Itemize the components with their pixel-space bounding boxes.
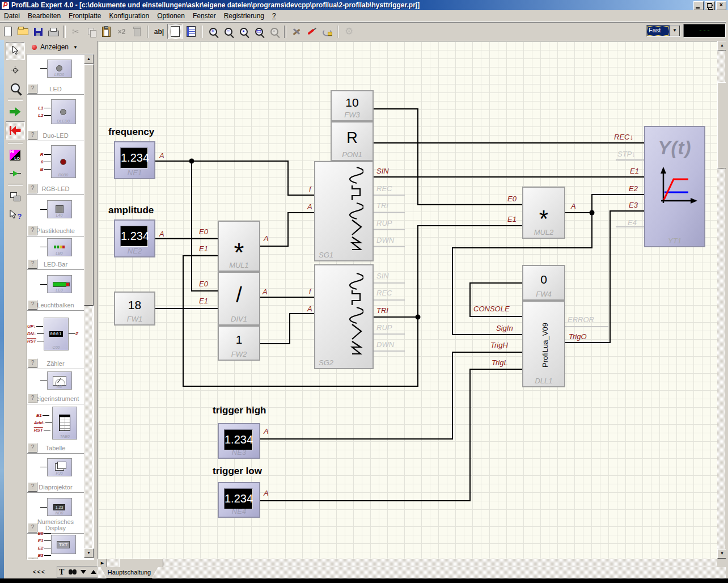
zoom-out-glyph: − <box>226 28 231 34</box>
block-sg2[interactable]: SG2 <box>314 264 374 369</box>
text-tool-button[interactable]: T <box>59 568 64 577</box>
help-button[interactable]: ? <box>28 226 37 235</box>
schematic-canvas[interactable]: 1.234NE11.234NE218FW1*MUL1/DIV11FW210FW3… <box>98 41 717 559</box>
restore-button[interactable] <box>705 1 715 10</box>
wire-19[interactable] <box>260 369 522 501</box>
palette-item-text-display[interactable]: E0E1E2E3TXT? <box>27 534 84 560</box>
menu-optionen[interactable]: Optionen <box>153 11 189 21</box>
zoom-in-button[interactable]: + <box>206 24 220 39</box>
palette-item-led[interactable]: LED0LED? <box>27 54 84 95</box>
palette-scrollbar[interactable]: ▲ ▼ <box>84 54 92 558</box>
block-div1[interactable]: /DIV1 <box>218 272 260 326</box>
help-button[interactable]: ? <box>28 184 37 193</box>
block-mul2[interactable]: *MUL2 <box>522 187 565 239</box>
speed-combo[interactable]: Fast ▼ <box>646 25 680 37</box>
palette-item-led-bar[interactable]: LB0LED-Bar? <box>27 236 84 270</box>
help-button[interactable]: ? <box>28 394 37 403</box>
save-project-button[interactable] <box>31 24 45 39</box>
block-ne1[interactable]: 1.234NE1 <box>114 141 155 179</box>
menu-registrierung[interactable]: Registrierung <box>220 11 268 21</box>
wire-tool-button[interactable] <box>6 61 24 78</box>
context-help-button[interactable]: ? <box>6 206 24 223</box>
print-button[interactable] <box>46 24 61 39</box>
wire-10[interactable] <box>374 109 522 205</box>
text-label-button[interactable]: ab| <box>152 24 166 39</box>
tab-hauptschaltung[interactable]: Hauptschaltung <box>101 567 158 578</box>
new-document-button[interactable] <box>1 24 15 39</box>
search-icon[interactable] <box>69 569 77 574</box>
palette-scroll-down[interactable]: ▼ <box>84 548 94 558</box>
palette-item-diaprojektor[interactable]: PJ0Diaprojektor? <box>27 454 84 493</box>
select-pointer-button[interactable] <box>6 42 25 60</box>
help-button[interactable]: ? <box>28 130 37 140</box>
solder-button[interactable] <box>320 24 334 39</box>
open-project-button[interactable] <box>16 24 30 39</box>
show-front-panel-button[interactable] <box>184 24 198 39</box>
wire-18[interactable] <box>260 352 522 439</box>
stop-simulation-button[interactable] <box>6 121 25 140</box>
help-button[interactable]: ? <box>28 259 37 269</box>
menu-frontplatte[interactable]: Frontplatte <box>65 11 105 21</box>
help-button[interactable]: ? <box>28 443 37 453</box>
menu-konfiguration[interactable]: Konfiguration <box>105 11 153 21</box>
block-fw2[interactable]: 1FW2 <box>218 326 260 361</box>
paste-button[interactable] <box>99 24 113 39</box>
block-ne4[interactable]: 1.234NE4 <box>218 482 260 518</box>
wire-0[interactable] <box>155 161 314 195</box>
palette-item-rgb-led[interactable]: R0BR0B0RGB-LED? <box>27 141 84 195</box>
tune-button[interactable] <box>304 24 319 39</box>
block-fw3[interactable]: 10FW3 <box>331 90 374 121</box>
block-dll1[interactable]: ProfiLua_V09DLL1 <box>522 301 565 387</box>
menu-bearbeiten[interactable]: Bearbeiten <box>24 11 65 21</box>
simulation-tools-button[interactable] <box>289 24 303 39</box>
probe-tool-button[interactable] <box>6 164 24 181</box>
palette-item-duo-led[interactable]: L1L2DLED0Duo-LED? <box>27 95 84 141</box>
run-simulation-button[interactable] <box>6 103 24 120</box>
show-grid-panel-button[interactable] <box>167 24 183 39</box>
block-ne3[interactable]: 1.234NE3 <box>218 423 260 459</box>
minimize-button[interactable] <box>693 1 704 10</box>
palette-category-dropdown[interactable]: Anzeigen ▼ <box>26 41 94 53</box>
close-button[interactable]: × <box>716 1 726 10</box>
palette-item-zhler[interactable]: UP↓DN↓RST0001C00ZZähler? <box>27 311 84 369</box>
zoom-tool-button[interactable] <box>6 79 24 96</box>
palette-item-zeigerinstrument[interactable]: M0Zeigerinstrument? <box>27 369 84 404</box>
block-ne2[interactable]: 1.234NE2 <box>114 219 155 257</box>
canvas-vscroll-thumb[interactable] <box>717 82 726 168</box>
palette-item-leuchtbalken[interactable]: LE0Leuchtbalken? <box>27 270 84 311</box>
help-button[interactable]: ? <box>28 482 37 492</box>
zoom-normal-button[interactable]: ▪ <box>236 24 251 39</box>
lo-text: LO <box>14 157 20 160</box>
palette-item-plastikleuchte[interactable]: L40Plastikleuchte? <box>27 195 84 236</box>
title-bar[interactable]: P ProfiLab Expert 4.0 - [c:\dokumente un… <box>0 0 728 10</box>
canvas-hscrollbar[interactable]: ◀ ▶ <box>98 559 717 567</box>
wire-9[interactable] <box>260 314 314 344</box>
zoom-window-button[interactable]: ▭ <box>252 24 266 39</box>
arrange-layers-button[interactable] <box>6 188 24 205</box>
hi-lo-levels-button[interactable]: HILO <box>6 146 24 163</box>
help-button[interactable]: ? <box>28 300 37 310</box>
help-button[interactable]: ? <box>28 358 37 368</box>
block-mul1[interactable]: *MUL1 <box>218 221 260 272</box>
collapse-palette-button[interactable]: <<< <box>24 567 54 577</box>
block-fw1[interactable]: 18FW1 <box>114 292 155 326</box>
menu-?[interactable]: ? <box>268 11 280 21</box>
wire-1[interactable] <box>192 161 218 291</box>
palette-item-numerischesdisplay[interactable]: 1,23ND0Numerisches Display? <box>27 493 84 534</box>
palette-scroll-up[interactable]: ▲ <box>84 54 94 64</box>
help-button[interactable]: ? <box>28 557 37 560</box>
canvas-vscrollbar[interactable]: ▲ ▼ <box>717 41 725 559</box>
scroll-down-icon[interactable] <box>81 570 86 574</box>
block-sg1[interactable]: SG1 <box>314 161 374 261</box>
block-fw4[interactable]: 0FW4 <box>522 265 565 301</box>
block-yt1[interactable]: Y(t)YT1 <box>644 126 705 247</box>
scroll-up-icon[interactable] <box>91 570 96 574</box>
palette-scroll-thumb[interactable] <box>84 64 94 306</box>
help-button[interactable]: ? <box>28 84 37 94</box>
block-pon1[interactable]: RPON1 <box>331 121 374 161</box>
zoom-out-button[interactable]: − <box>221 24 235 39</box>
menu-datei[interactable]: Datei <box>0 11 24 21</box>
combo-dropdown-icon[interactable]: ▼ <box>670 26 680 36</box>
menu-fenster[interactable]: Fenster <box>189 11 220 21</box>
palette-item-tabelle[interactable]: E1Add↓RSTTAB0Tabelle? <box>27 404 84 454</box>
